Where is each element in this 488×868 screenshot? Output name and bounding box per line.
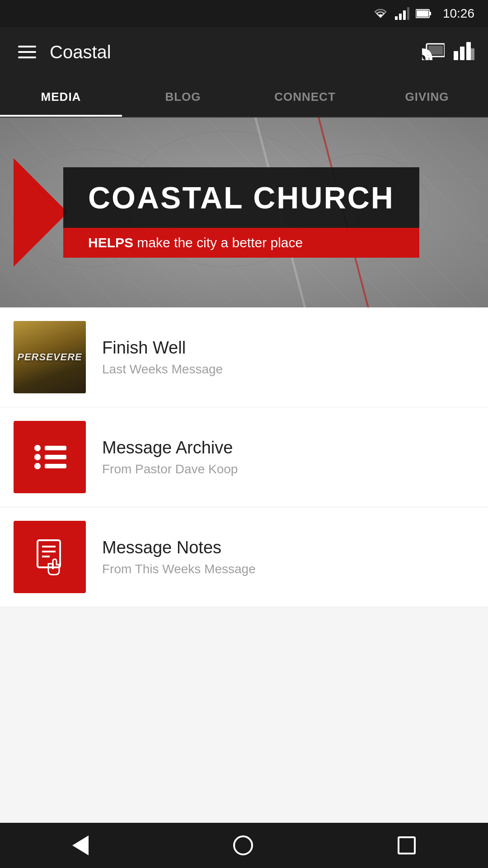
battery-icon: [416, 9, 432, 19]
signal-icon: [395, 7, 409, 20]
list-title-message-notes: Message Notes: [102, 538, 474, 557]
archive-thumb: [14, 421, 86, 493]
list-title-finish-well: Finish Well: [102, 338, 474, 358]
svg-rect-9: [454, 51, 458, 60]
svg-rect-24: [45, 446, 66, 450]
content-list: PERSEVERE Finish Well Last Weeks Message: [0, 307, 488, 607]
notes-hand-icon: [29, 537, 70, 577]
svg-rect-5: [429, 12, 431, 15]
nav-recent-icon: [398, 836, 416, 854]
tab-blog[interactable]: BLOG: [122, 77, 244, 117]
hamburger-line-1: [18, 46, 36, 47]
list-subtitle-message-archive: From Pastor Dave Koop: [102, 462, 474, 476]
thumbnail-message-archive: [14, 421, 86, 493]
tab-connect-label: CONNECT: [274, 90, 336, 104]
church-name: COASTAL CHURCH: [88, 180, 394, 215]
persevere-thumb: PERSEVERE: [14, 321, 86, 393]
svg-point-25: [34, 454, 41, 460]
app-title: Coastal: [50, 42, 422, 62]
list-item-message-notes[interactable]: Message Notes From This Weeks Message: [0, 507, 488, 607]
list-text-finish-well: Finish Well Last Weeks Message: [102, 338, 474, 377]
hamburger-line-3: [18, 57, 36, 58]
svg-rect-0: [395, 16, 398, 20]
svg-rect-12: [470, 48, 474, 60]
analytics-button[interactable]: [454, 42, 474, 62]
app-bar-actions: [422, 42, 474, 62]
nav-back-icon: [72, 835, 89, 855]
tab-connect[interactable]: CONNECT: [244, 77, 366, 117]
list-title-message-archive: Message Archive: [102, 438, 474, 458]
svg-point-23: [34, 445, 41, 451]
svg-rect-8: [428, 46, 443, 55]
red-triangle-icon: [14, 158, 68, 267]
svg-rect-2: [403, 10, 406, 20]
tab-giving-label: GIVING: [405, 90, 449, 104]
notes-thumb: [14, 521, 86, 593]
status-icons: 10:26: [372, 6, 474, 21]
tagline-rest: make the city a better place: [133, 235, 303, 250]
tagline-box: HELPS make the city a better place: [63, 228, 419, 258]
tab-media-label: MEDIA: [41, 90, 81, 104]
svg-rect-1: [399, 14, 402, 20]
list-subtitle-finish-well: Last Weeks Message: [102, 362, 474, 377]
svg-rect-28: [45, 464, 66, 468]
hamburger-button[interactable]: [14, 41, 41, 63]
tab-media[interactable]: MEDIA: [0, 77, 122, 117]
thumbnail-finish-well: PERSEVERE: [14, 321, 86, 393]
persevere-text: PERSEVERE: [14, 347, 86, 368]
tab-bar: MEDIA BLOG CONNECT GIVING: [0, 77, 488, 118]
svg-point-27: [34, 463, 41, 469]
list-text-message-archive: Message Archive From Pastor Dave Koop: [102, 438, 474, 476]
status-time: 10:26: [443, 6, 474, 21]
cast-button[interactable]: [422, 42, 445, 62]
tab-blog-label: BLOG: [165, 90, 201, 104]
nav-home-button[interactable]: [215, 826, 271, 864]
archive-list-icon: [29, 437, 70, 477]
wifi-icon: [372, 7, 389, 20]
nav-back-button[interactable]: [54, 826, 107, 864]
list-subtitle-message-notes: From This Weeks Message: [102, 562, 474, 576]
hero-banner: COASTAL CHURCH HELPS make the city a bet…: [0, 118, 488, 307]
app-bar: Coastal: [0, 27, 488, 77]
tagline-bold: HELPS: [88, 235, 133, 250]
svg-rect-10: [460, 47, 465, 60]
church-name-box: COASTAL CHURCH: [63, 167, 419, 228]
nav-recent-button[interactable]: [380, 827, 434, 863]
svg-marker-22: [14, 158, 68, 267]
tagline: HELPS make the city a better place: [88, 235, 303, 250]
thumbnail-message-notes: [14, 521, 86, 593]
list-text-message-notes: Message Notes From This Weeks Message: [102, 538, 474, 576]
status-bar: 10:26: [0, 0, 488, 27]
tab-giving[interactable]: GIVING: [366, 77, 488, 117]
svg-rect-3: [407, 7, 409, 20]
nav-home-icon: [233, 835, 253, 855]
bottom-nav: [0, 823, 488, 868]
hamburger-line-2: [18, 51, 36, 53]
svg-rect-26: [45, 455, 66, 459]
svg-rect-6: [417, 10, 428, 17]
church-branding: COASTAL CHURCH HELPS make the city a bet…: [63, 167, 419, 258]
list-item-finish-well[interactable]: PERSEVERE Finish Well Last Weeks Message: [0, 307, 488, 407]
list-item-message-archive[interactable]: Message Archive From Pastor Dave Koop: [0, 407, 488, 507]
